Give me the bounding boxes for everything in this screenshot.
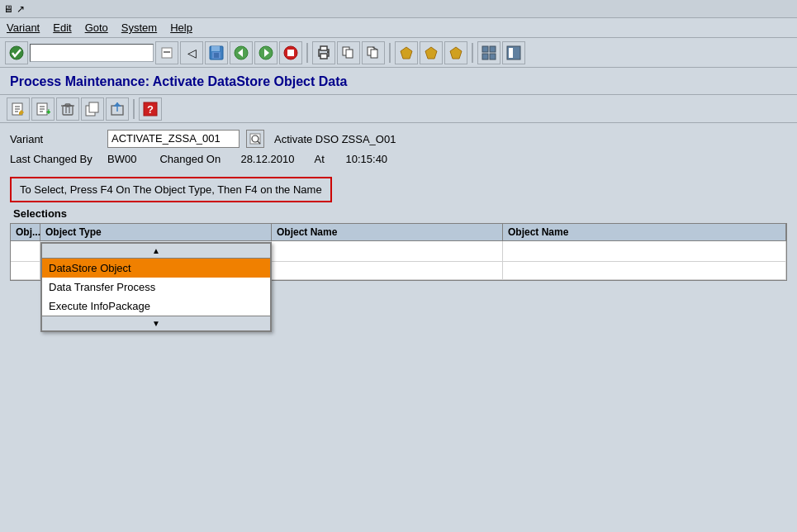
print-button[interactable] [312, 41, 335, 64]
back-button[interactable]: ◁ [180, 41, 203, 64]
table-header: Obj... Object Type Object Name Object Na… [11, 224, 786, 241]
stop-button[interactable] [279, 41, 302, 64]
separator-2 [389, 43, 391, 63]
copy-button[interactable] [81, 97, 104, 121]
svg-rect-27 [482, 54, 488, 59]
export-button[interactable] [106, 97, 129, 121]
edit-button[interactable] [7, 97, 30, 121]
nav-back-button[interactable] [230, 41, 253, 64]
selections-label: Selections [10, 207, 787, 220]
page-title: Process Maintenance: Activate DataStore … [0, 68, 797, 95]
svg-rect-28 [490, 54, 496, 59]
cell-name-2[interactable] [272, 262, 503, 279]
page-btn1[interactable] [337, 41, 360, 64]
dropdown-item-1[interactable]: Data Transfer Process [42, 278, 270, 297]
svg-rect-12 [287, 50, 294, 56]
svg-rect-30 [509, 48, 513, 58]
nav-forward-button[interactable] [254, 41, 278, 64]
cell-name2-2[interactable] [503, 262, 786, 279]
changed-on-label: Changed On [159, 153, 234, 165]
sep-sec [133, 99, 135, 119]
menu-goto[interactable]: Goto [85, 21, 108, 34]
help-button[interactable]: ? [139, 97, 162, 121]
dropdown-item-2[interactable]: Execute InfoPackage [42, 297, 270, 316]
shortcut-btn2[interactable] [420, 41, 443, 64]
svg-rect-18 [346, 50, 353, 58]
svg-marker-22 [401, 47, 412, 59]
last-changed-value: BW00 [107, 153, 136, 165]
svg-rect-4 [211, 46, 220, 51]
svg-text:+: + [46, 107, 50, 116]
svg-marker-23 [425, 47, 437, 59]
separator-1 [306, 43, 308, 63]
content-area: Variant ACTIVATE_ZSSA_001 Activate DSO Z… [0, 123, 797, 287]
input-help-button[interactable] [155, 41, 178, 64]
dropdown-scroll-up[interactable]: ▲ [42, 244, 270, 259]
separator-3 [472, 43, 473, 63]
svg-rect-16 [327, 51, 329, 53]
at-value: 10:15:40 [345, 153, 387, 165]
header-type: Object Type [40, 224, 272, 240]
last-changed-label: Last Changed By [10, 153, 101, 165]
header-name: Object Name [272, 224, 503, 240]
variant-row: Variant ACTIVATE_ZSSA_001 Activate DSO Z… [10, 130, 787, 148]
command-input[interactable] [30, 44, 154, 62]
shortcut-btn1[interactable] [395, 41, 418, 64]
new-button[interactable]: + [31, 97, 55, 121]
title-bar-icon: 🖥 [3, 3, 13, 15]
layout-btn[interactable] [502, 41, 525, 64]
grid-btn[interactable] [477, 41, 500, 64]
last-changed-row: Last Changed By BW00 Changed On 28.12.20… [10, 153, 787, 165]
svg-text:?: ? [147, 103, 154, 116]
variant-lookup-button[interactable] [246, 130, 264, 148]
changed-on-value: 28.12.2010 [240, 153, 294, 165]
svg-rect-6 [214, 53, 219, 58]
svg-rect-26 [490, 46, 496, 52]
variant-input[interactable]: ACTIVATE_ZSSA_001 [107, 130, 240, 148]
menu-help[interactable]: Help [170, 21, 192, 34]
svg-rect-25 [482, 46, 488, 52]
sec-toolbar: + ? [0, 95, 797, 123]
header-name2: Object Name [503, 224, 786, 240]
at-label: At [314, 153, 339, 165]
export-icon: ↗ [17, 3, 25, 15]
page-btn2[interactable] [362, 41, 385, 64]
svg-rect-14 [320, 46, 327, 50]
shortcut-btn3[interactable] [444, 41, 467, 64]
menu-bar: Variant Edit Goto System Help [0, 18, 797, 38]
cell-obj-2 [11, 262, 40, 279]
save-button[interactable] [205, 41, 228, 64]
menu-edit[interactable]: Edit [53, 21, 71, 34]
delete-button[interactable] [56, 97, 79, 121]
dropdown-item-0[interactable]: DataStore Object [42, 259, 270, 278]
dropdown-scroll-down[interactable]: ▼ [42, 316, 270, 330]
title-bar: 🖥 ↗ [0, 0, 797, 18]
cell-obj-1 [11, 241, 40, 261]
svg-rect-15 [320, 54, 327, 59]
cell-name2-1[interactable] [503, 241, 786, 261]
menu-system[interactable]: System [121, 21, 157, 34]
header-obj: Obj... [11, 224, 40, 240]
svg-rect-20 [371, 50, 377, 58]
main-toolbar: ◁ [0, 38, 797, 68]
svg-rect-47 [89, 102, 98, 112]
name2-input[interactable] [508, 243, 780, 259]
instruction-box: To Select, Press F4 On The Object Type, … [10, 177, 332, 202]
checkmark-button[interactable] [5, 41, 28, 64]
name-input[interactable] [277, 243, 497, 259]
variant-label: Variant [10, 133, 101, 145]
selections-table: Obj... Object Type Object Name Object Na… [10, 223, 787, 281]
menu-variant[interactable]: Variant [7, 21, 40, 34]
svg-rect-2 [164, 51, 170, 53]
variant-desc: Activate DSO ZSSA_O01 [274, 133, 396, 145]
dropdown-menu[interactable]: ▲ DataStore Object Data Transfer Process… [40, 242, 272, 332]
cell-name-1[interactable] [272, 241, 503, 261]
svg-marker-24 [450, 47, 462, 59]
